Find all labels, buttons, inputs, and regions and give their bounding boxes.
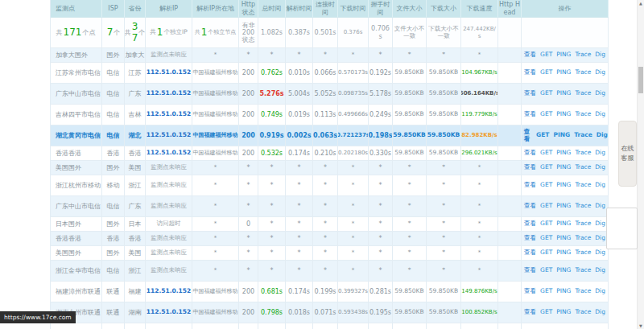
- view-link[interactable]: 查看: [522, 129, 532, 142]
- trace-link[interactable]: Trace: [575, 111, 591, 118]
- get-link[interactable]: GET: [540, 69, 552, 76]
- trace-link[interactable]: Trace: [575, 69, 591, 76]
- ping-link[interactable]: PING: [556, 164, 571, 171]
- resolved-ip-value[interactable]: 112.51.0.152: [147, 111, 192, 118]
- col-header-connect-time[interactable]: 连接时间: [313, 0, 338, 18]
- view-link[interactable]: 查看: [524, 164, 536, 171]
- col-header-ip-location[interactable]: 解析IP所在地: [192, 0, 239, 18]
- resolved-ip-cell[interactable]: 112.51.0.152: [146, 323, 192, 329]
- ping-link[interactable]: PING: [556, 249, 571, 257]
- ping-link[interactable]: PING: [556, 90, 571, 97]
- dig-link[interactable]: Dig: [597, 132, 608, 139]
- col-header-province[interactable]: 省份: [125, 0, 146, 18]
- trace-link[interactable]: Trace: [575, 249, 591, 257]
- get-link[interactable]: GET: [540, 164, 552, 171]
- resolved-ip-value[interactable]: 112.51.0.152: [147, 150, 192, 157]
- resolved-ip-cell[interactable]: 监测点未响应: [146, 261, 192, 282]
- get-link[interactable]: GET: [540, 309, 552, 316]
- col-header-http-head[interactable]: Http Head: [498, 0, 522, 18]
- col-header-download-time[interactable]: 下载时间: [338, 0, 369, 18]
- ping-link[interactable]: PING: [556, 150, 571, 157]
- resolved-ip-cell[interactable]: 112.51.0.152: [146, 125, 192, 146]
- view-link[interactable]: 查看: [524, 249, 536, 257]
- floating-widget-box[interactable]: [606, 208, 638, 249]
- trace-link[interactable]: Trace: [575, 235, 591, 242]
- ping-link[interactable]: PING: [556, 203, 571, 210]
- ping-link[interactable]: PING: [556, 267, 571, 274]
- dig-link[interactable]: Dig: [595, 235, 605, 242]
- get-link[interactable]: GET: [540, 90, 552, 97]
- col-header-total-time[interactable]: 总时间: [258, 0, 286, 18]
- get-link[interactable]: GET: [540, 235, 552, 242]
- scroll-down-icon[interactable]: ▼: [638, 323, 644, 328]
- view-link[interactable]: 查看: [524, 51, 536, 59]
- resolved-ip-cell[interactable]: 112.51.0.152: [146, 302, 192, 323]
- view-link[interactable]: 查看: [524, 69, 536, 76]
- ping-link[interactable]: PING: [556, 182, 571, 189]
- trace-link[interactable]: Trace: [575, 203, 591, 210]
- col-header-handshake-time[interactable]: 握手时间: [369, 0, 393, 18]
- ping-link[interactable]: PING: [556, 111, 571, 118]
- resolved-ip-value[interactable]: 112.51.0.152: [147, 309, 192, 316]
- col-header-monitor-point[interactable]: 监测点: [51, 0, 102, 18]
- resolved-ip-value[interactable]: 访问超时: [157, 220, 181, 228]
- get-link[interactable]: GET: [540, 288, 552, 295]
- dig-link[interactable]: Dig: [595, 150, 605, 157]
- trace-link[interactable]: Trace: [575, 90, 591, 97]
- resolved-ip-cell[interactable]: 112.51.0.152: [146, 282, 192, 302]
- col-header-download-size[interactable]: 下载大小: [427, 0, 461, 18]
- dig-link[interactable]: Dig: [595, 288, 605, 295]
- resolved-ip-value[interactable]: 112.51.0.152: [147, 69, 192, 76]
- resolved-ip-value[interactable]: 监测点未响应: [151, 51, 187, 59]
- trace-link[interactable]: Trace: [575, 150, 591, 157]
- resolved-ip-cell[interactable]: 112.51.0.152: [146, 105, 192, 125]
- trace-link[interactable]: Trace: [575, 288, 591, 295]
- trace-link[interactable]: Trace: [574, 132, 592, 139]
- resolved-ip-cell[interactable]: 监测点未响应: [146, 161, 192, 175]
- resolved-ip-value[interactable]: 监测点未响应: [151, 249, 187, 257]
- resolved-ip-cell[interactable]: 监测点未响应: [146, 48, 192, 63]
- ping-link[interactable]: PING: [556, 235, 571, 242]
- resolved-ip-value[interactable]: 监测点未响应: [151, 267, 187, 274]
- resolved-ip-cell[interactable]: 监测点未响应: [146, 175, 192, 196]
- dig-link[interactable]: Dig: [595, 220, 605, 228]
- view-link[interactable]: 查看: [524, 288, 536, 295]
- get-link[interactable]: GET: [540, 150, 552, 157]
- ping-link[interactable]: PING: [556, 309, 571, 316]
- resolved-ip-cell[interactable]: 112.51.0.152: [146, 146, 192, 161]
- ping-link[interactable]: PING: [556, 288, 571, 295]
- view-link[interactable]: 查看: [524, 220, 536, 228]
- scrollbar-thumb[interactable]: [638, 67, 643, 93]
- col-header-dns-time[interactable]: 解析时间: [286, 0, 313, 18]
- col-header-download-speed[interactable]: 下载速度: [461, 0, 498, 18]
- ping-link[interactable]: PING: [556, 51, 571, 59]
- ping-link[interactable]: PING: [556, 220, 571, 228]
- col-header-http-status[interactable]: Http状态: [239, 0, 258, 18]
- resolved-ip-cell[interactable]: 监测点未响应: [146, 246, 192, 261]
- trace-link[interactable]: Trace: [575, 51, 591, 59]
- trace-link[interactable]: Trace: [575, 309, 591, 316]
- view-link[interactable]: 查看: [524, 309, 536, 316]
- dig-link[interactable]: Dig: [595, 267, 605, 274]
- resolved-ip-value[interactable]: 112.51.0.152: [147, 132, 192, 139]
- col-header-isp[interactable]: ISP: [102, 0, 125, 18]
- trace-link[interactable]: Trace: [575, 220, 591, 228]
- vertical-scrollbar[interactable]: ▲ ▼: [637, 0, 644, 329]
- get-link[interactable]: GET: [540, 111, 552, 118]
- dig-link[interactable]: Dig: [595, 182, 605, 189]
- scroll-up-icon[interactable]: ▲: [638, 1, 644, 6]
- resolved-ip-cell[interactable]: 访问超时: [146, 217, 192, 232]
- resolved-ip-cell[interactable]: 112.51.0.152: [146, 84, 192, 105]
- trace-link[interactable]: Trace: [575, 267, 591, 274]
- dig-link[interactable]: Dig: [595, 51, 605, 59]
- dig-link[interactable]: Dig: [595, 309, 605, 316]
- resolved-ip-value[interactable]: 112.51.0.152: [147, 90, 192, 97]
- get-link[interactable]: GET: [540, 182, 552, 189]
- resolved-ip-value[interactable]: 监测点未响应: [151, 235, 187, 242]
- col-header-resolved-ip[interactable]: 解析IP: [146, 0, 192, 18]
- trace-link[interactable]: Trace: [575, 182, 591, 189]
- dig-link[interactable]: Dig: [595, 69, 605, 76]
- view-link[interactable]: 查看: [524, 235, 536, 242]
- online-customer-service-tab[interactable]: 在线客服: [618, 121, 637, 187]
- view-link[interactable]: 查看: [524, 182, 536, 189]
